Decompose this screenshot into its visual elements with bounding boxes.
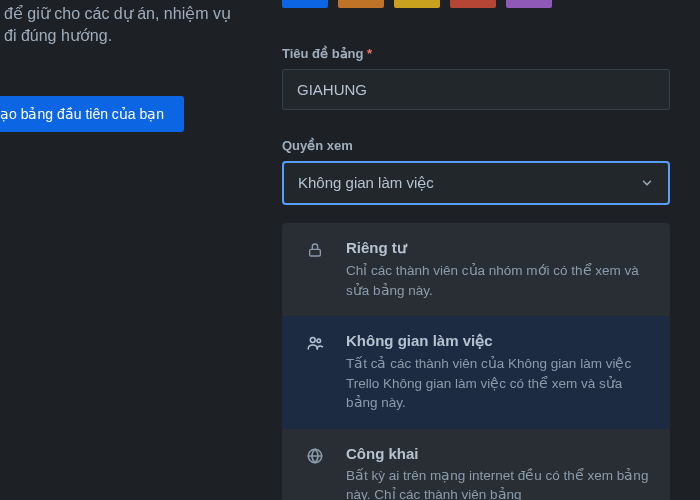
visibility-label: Quyền xem — [282, 138, 670, 153]
visibility-option-workspace[interactable]: Không gian làm việc Tất cả các thành viê… — [282, 316, 670, 429]
visibility-option-public[interactable]: Công khai Bất kỳ ai trên mạng internet đ… — [282, 429, 670, 500]
board-title-input[interactable] — [282, 69, 670, 110]
svg-point-1 — [310, 338, 315, 343]
swatch-red[interactable] — [450, 0, 496, 8]
visibility-select[interactable]: Không gian làm việc — [282, 161, 670, 205]
svg-rect-0 — [310, 249, 321, 256]
create-board-form: Tiêu đề bảng * Quyền xem Không gian làm … — [282, 0, 670, 500]
option-body: Không gian làm việc Tất cả các thành viê… — [346, 332, 652, 413]
svg-point-2 — [317, 339, 321, 343]
option-title: Riêng tư — [346, 239, 652, 257]
create-first-board-button[interactable]: ạo bảng đầu tiên của bạn — [0, 96, 184, 132]
option-title: Không gian làm việc — [346, 332, 652, 350]
swatch-orange[interactable] — [338, 0, 384, 8]
option-description: Bất kỳ ai trên mạng internet đều có thể … — [346, 466, 652, 500]
chevron-down-icon — [640, 176, 654, 190]
visibility-option-private[interactable]: Riêng tư Chỉ các thành viên của nhóm mới… — [282, 223, 670, 316]
onboarding-description: để giữ cho các dự án, nhiệm vụ đi đúng h… — [0, 0, 240, 48]
option-description: Tất cả các thành viên của Không gian làm… — [346, 354, 652, 413]
background-color-swatches — [282, 0, 670, 8]
swatch-purple[interactable] — [506, 0, 552, 8]
swatch-blue[interactable] — [282, 0, 328, 8]
board-title-label-text: Tiêu đề bảng — [282, 46, 363, 61]
visibility-selected-value: Không gian làm việc — [298, 174, 434, 192]
swatch-yellow[interactable] — [394, 0, 440, 8]
globe-icon — [304, 445, 326, 465]
visibility-dropdown: Riêng tư Chỉ các thành viên của nhóm mới… — [282, 223, 670, 500]
lock-icon — [304, 239, 326, 259]
option-body: Công khai Bất kỳ ai trên mạng internet đ… — [346, 445, 652, 500]
required-asterisk: * — [367, 46, 372, 61]
onboarding-panel: để giữ cho các dự án, nhiệm vụ đi đúng h… — [0, 0, 240, 132]
option-title: Công khai — [346, 445, 652, 462]
option-description: Chỉ các thành viên của nhóm mới có thể x… — [346, 261, 652, 300]
option-body: Riêng tư Chỉ các thành viên của nhóm mới… — [346, 239, 652, 300]
people-icon — [304, 332, 326, 352]
board-title-label: Tiêu đề bảng * — [282, 46, 670, 61]
